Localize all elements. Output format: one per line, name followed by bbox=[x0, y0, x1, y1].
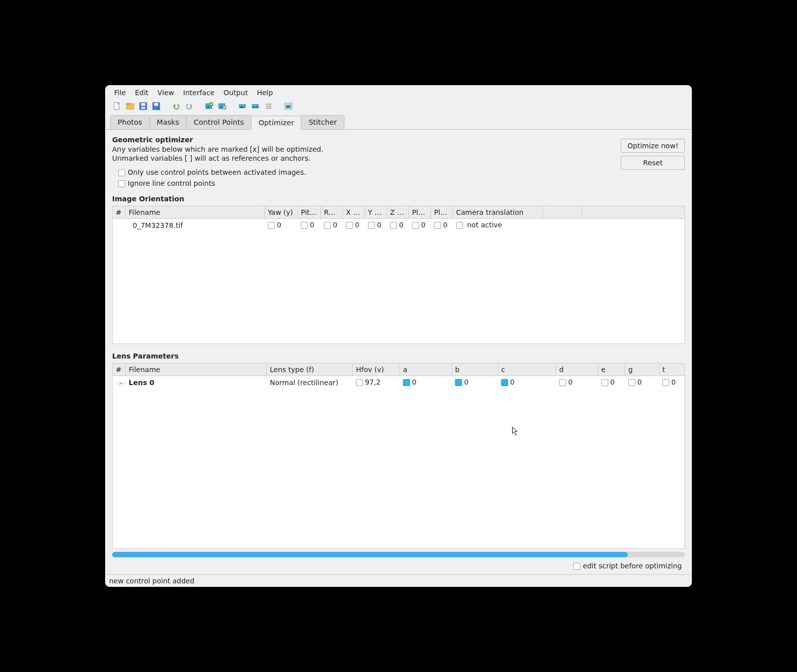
orient-x-checkbox[interactable] bbox=[346, 222, 353, 229]
optimize-now-button[interactable]: Optimize now! bbox=[621, 139, 685, 153]
svg-rect-7 bbox=[154, 103, 158, 106]
redo-icon[interactable] bbox=[184, 101, 194, 111]
svg-rect-2 bbox=[127, 103, 130, 105]
ignore-line-checkbox[interactable] bbox=[118, 180, 125, 187]
orient-col-cam[interactable]: Camera translation bbox=[453, 206, 543, 219]
tabbar: Photos Masks Control Points Optimizer St… bbox=[105, 115, 692, 130]
lens-col-e[interactable]: e bbox=[598, 364, 625, 376]
orient-pla2-value: 0 bbox=[443, 221, 448, 229]
tab-control-points[interactable]: Control Points bbox=[186, 115, 252, 129]
menu-help[interactable]: Help bbox=[253, 87, 277, 98]
orient-roll-value: 0 bbox=[333, 221, 337, 229]
lens-b-value: 0 bbox=[464, 378, 469, 386]
orientation-row[interactable]: 0_7M32378.tif 0 0 0 0 0 0 0 0 not active bbox=[113, 219, 684, 232]
lens-c-checkbox[interactable] bbox=[501, 379, 508, 386]
orient-col-num[interactable]: # bbox=[113, 206, 126, 219]
orient-col-z[interactable]: Z (T... bbox=[387, 206, 409, 219]
lens-col-c[interactable]: c bbox=[498, 364, 556, 376]
lens-a-value: 0 bbox=[412, 378, 417, 386]
tab-photos[interactable]: Photos bbox=[110, 115, 150, 129]
lens-g-checkbox[interactable] bbox=[628, 379, 635, 386]
preview-window-icon[interactable] bbox=[283, 101, 293, 111]
lens-hfov-checkbox[interactable] bbox=[356, 379, 363, 386]
orient-cam-checkbox[interactable] bbox=[456, 222, 463, 229]
lens-a-checkbox[interactable] bbox=[403, 379, 410, 386]
orient-pla1-checkbox[interactable] bbox=[412, 222, 419, 229]
menu-view[interactable]: View bbox=[154, 87, 178, 98]
toolbar bbox=[105, 100, 692, 115]
orient-yaw-checkbox[interactable] bbox=[268, 222, 275, 229]
orient-pla2-checkbox[interactable] bbox=[434, 222, 441, 229]
lens-e-checkbox[interactable] bbox=[601, 379, 608, 386]
optimizer-page: Geometric optimizer Any variables below … bbox=[105, 130, 692, 574]
orient-pitch-value: 0 bbox=[310, 221, 314, 229]
orient-col-roll[interactable]: Roll... bbox=[321, 206, 343, 219]
expand-icon[interactable]: ->- bbox=[116, 380, 123, 387]
orient-y-checkbox[interactable] bbox=[368, 222, 375, 229]
orient-filename: 0_7M32378.tif bbox=[126, 219, 265, 232]
orient-y-value: 0 bbox=[377, 221, 381, 229]
menu-edit[interactable]: Edit bbox=[131, 87, 152, 98]
lens-t-checkbox[interactable] bbox=[662, 379, 669, 386]
orient-col-extra2[interactable] bbox=[582, 206, 685, 219]
lens-col-g[interactable]: g bbox=[625, 364, 659, 376]
lens-col-filename[interactable]: Filename bbox=[126, 364, 267, 376]
orient-col-pla1[interactable]: Pla... bbox=[409, 206, 431, 219]
lens-col-t[interactable]: t bbox=[659, 364, 685, 376]
orient-col-extra1[interactable] bbox=[543, 206, 582, 219]
lens-col-b[interactable]: b bbox=[452, 364, 498, 376]
orientation-table: # Filename Yaw (y) Pitc... Roll... X (T.… bbox=[112, 206, 685, 219]
lens-col-hfov[interactable]: Hfov (v) bbox=[353, 364, 400, 376]
orient-col-y[interactable]: Y (T... bbox=[365, 206, 387, 219]
lens-d-checkbox[interactable] bbox=[559, 379, 566, 386]
add-image-icon[interactable] bbox=[204, 101, 214, 111]
pano-preview1-icon[interactable] bbox=[237, 101, 247, 111]
lens-col-type[interactable]: Lens type (f) bbox=[267, 364, 353, 376]
horizontal-scrollbar[interactable] bbox=[112, 552, 685, 557]
orient-pitch-checkbox[interactable] bbox=[301, 222, 308, 229]
tab-masks[interactable]: Masks bbox=[149, 115, 187, 129]
orient-roll-checkbox[interactable] bbox=[324, 222, 331, 229]
reset-button[interactable]: Reset bbox=[621, 156, 685, 170]
lens-col-num[interactable]: # bbox=[113, 364, 126, 376]
pano-preview2-icon[interactable] bbox=[250, 101, 260, 111]
menu-interface[interactable]: Interface bbox=[179, 87, 219, 98]
orient-z-checkbox[interactable] bbox=[390, 222, 397, 229]
scrollbar-thumb[interactable] bbox=[112, 552, 628, 557]
open-doc-icon[interactable] bbox=[125, 101, 135, 111]
undo-icon[interactable] bbox=[171, 101, 181, 111]
lens-g-value: 0 bbox=[637, 378, 642, 386]
geometric-desc2: Unmarked variables [ ] will act as refer… bbox=[112, 154, 621, 163]
new-doc-icon[interactable] bbox=[112, 101, 122, 111]
orient-col-yaw[interactable]: Yaw (y) bbox=[265, 206, 298, 219]
orient-col-pla2[interactable]: Pla... bbox=[431, 206, 453, 219]
svg-rect-4 bbox=[141, 103, 145, 106]
svg-rect-5 bbox=[141, 107, 145, 109]
lens-table: # Filename Lens type (f) Hfov (v) a b c … bbox=[112, 363, 685, 376]
menu-output[interactable]: Output bbox=[219, 87, 252, 98]
edit-script-checkbox[interactable] bbox=[573, 563, 580, 570]
orient-col-x[interactable]: X (T... bbox=[343, 206, 365, 219]
lens-col-d[interactable]: d bbox=[556, 364, 598, 376]
orient-yaw-value: 0 bbox=[277, 221, 281, 229]
save-as-icon[interactable] bbox=[151, 101, 161, 111]
lens-col-a[interactable]: a bbox=[400, 364, 452, 376]
lens-type-value: Normal (rectilinear) bbox=[267, 376, 353, 389]
list-icon[interactable] bbox=[263, 101, 273, 111]
tab-stitcher[interactable]: Stitcher bbox=[301, 115, 344, 129]
menubar: File Edit View Interface Output Help bbox=[105, 85, 692, 100]
tab-optimizer[interactable]: Optimizer bbox=[251, 116, 301, 130]
lens-b-checkbox[interactable] bbox=[455, 379, 462, 386]
image-info-icon[interactable] bbox=[217, 101, 227, 111]
lens-e-value: 0 bbox=[610, 378, 615, 386]
lens-t-value: 0 bbox=[671, 378, 676, 386]
orient-col-filename[interactable]: Filename bbox=[126, 206, 265, 219]
only-activated-checkbox[interactable] bbox=[118, 169, 125, 176]
lens-row[interactable]: ->- Lens 0 Normal (rectilinear) 97,2 0 0… bbox=[113, 376, 684, 389]
orient-cam-value: not active bbox=[467, 221, 502, 229]
orient-col-pitch[interactable]: Pitc... bbox=[298, 206, 321, 219]
geometric-desc1: Any variables below which are marked [x]… bbox=[112, 145, 621, 154]
menu-file[interactable]: File bbox=[110, 87, 130, 98]
save-icon[interactable] bbox=[138, 101, 148, 111]
ignore-line-label: Ignore line control points bbox=[128, 179, 215, 187]
